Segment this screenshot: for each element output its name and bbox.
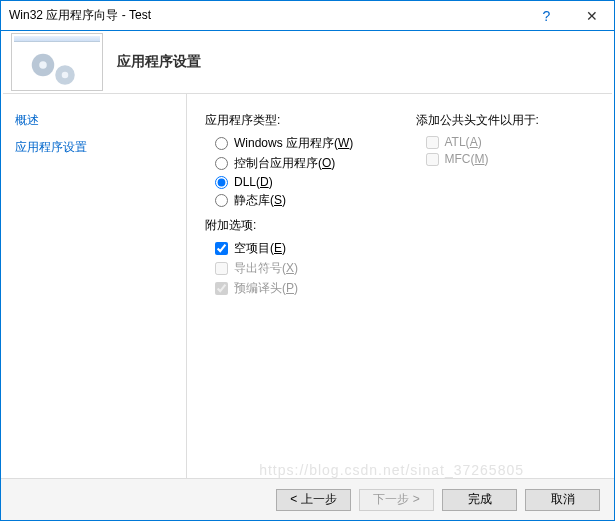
sidebar-item-app-settings[interactable]: 应用程序设置 [15,139,172,156]
back-button[interactable]: < 上一步 [276,489,351,511]
radio-console-app[interactable]: 控制台应用程序(O) [215,155,386,172]
check-atl: ATL(A) [426,135,597,149]
checkbox-input[interactable] [215,242,228,255]
radio-label: DLL(D) [234,175,273,189]
banner-title: 应用程序设置 [117,53,201,71]
sidebar: 概述 应用程序设置 [1,94,186,478]
checkbox-label: 预编译头(P) [234,280,298,297]
checkbox-input [215,262,228,275]
wizard-window: Win32 应用程序向导 - Test ? ✕ 应用程序设置 概述 应用程序设置… [0,0,615,521]
col-right: 添加公共头文件以用于: ATL(A) MFC(M) [416,112,597,300]
help-button[interactable]: ? [524,8,569,24]
checkbox-label: 空项目(E) [234,240,286,257]
radio-label: 静态库(S) [234,192,286,209]
check-mfc: MFC(M) [426,152,597,166]
window-title: Win32 应用程序向导 - Test [1,7,524,24]
svg-point-1 [39,61,47,69]
add-options-label: 附加选项: [205,217,386,234]
checkbox-label: ATL(A) [445,135,482,149]
radio-input[interactable] [215,194,228,207]
radio-label: 控制台应用程序(O) [234,155,335,172]
common-headers-label: 添加公共头文件以用于: [416,112,597,129]
radio-dll[interactable]: DLL(D) [215,175,386,189]
check-empty-project[interactable]: 空项目(E) [215,240,386,257]
checkbox-label: 导出符号(X) [234,260,298,277]
col-left: 应用程序类型: Windows 应用程序(W) 控制台应用程序(O) DLL(D… [205,112,386,300]
titlebar: Win32 应用程序向导 - Test ? ✕ [1,1,614,31]
radio-static-lib[interactable]: 静态库(S) [215,192,386,209]
content: 应用程序类型: Windows 应用程序(W) 控制台应用程序(O) DLL(D… [186,94,614,478]
radio-label: Windows 应用程序(W) [234,135,353,152]
cancel-button[interactable]: 取消 [525,489,600,511]
banner: 应用程序设置 [1,31,614,93]
next-button: 下一步 > [359,489,434,511]
sidebar-item-overview[interactable]: 概述 [15,112,172,129]
finish-button[interactable]: 完成 [442,489,517,511]
checkbox-input [426,136,439,149]
checkbox-label: MFC(M) [445,152,489,166]
svg-point-3 [62,72,69,79]
close-button[interactable]: ✕ [569,8,614,24]
body: 概述 应用程序设置 应用程序类型: Windows 应用程序(W) 控制台应用程… [1,94,614,478]
app-type-label: 应用程序类型: [205,112,386,129]
radio-input[interactable] [215,157,228,170]
checkbox-input [426,153,439,166]
checkbox-input [215,282,228,295]
footer: < 上一步 下一步 > 完成 取消 [1,478,614,520]
gear-icon [52,62,78,88]
radio-input[interactable] [215,137,228,150]
check-export-symbols: 导出符号(X) [215,260,386,277]
radio-input[interactable] [215,176,228,189]
check-precompiled-header: 预编译头(P) [215,280,386,297]
radio-windows-app[interactable]: Windows 应用程序(W) [215,135,386,152]
banner-icon [11,33,103,91]
